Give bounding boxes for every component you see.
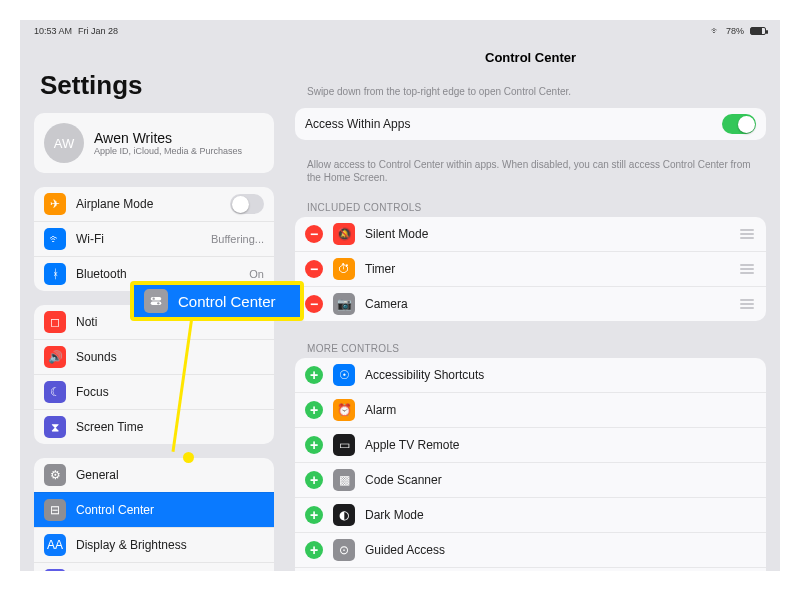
svg-rect-0 — [151, 297, 162, 301]
qr-icon: ▩ — [333, 469, 355, 491]
included-header: INCLUDED CONTROLS — [295, 194, 766, 217]
bluetooth-icon: ᚼ — [44, 263, 66, 285]
screentime-label: Screen Time — [76, 420, 264, 434]
notifications-icon: ◻ — [44, 311, 66, 333]
included-controls-list: −🔕Silent Mode−⏱Timer−📷Camera — [295, 217, 766, 321]
controlcenter-label: Control Center — [76, 503, 264, 517]
sidebar-item-display[interactable]: AA Display & Brightness — [34, 527, 274, 562]
control-label: Alarm — [365, 403, 756, 417]
bluetooth-value: On — [249, 268, 264, 280]
callout-controlcenter-icon — [144, 289, 168, 313]
more-row[interactable]: +◐Dark Mode — [295, 497, 766, 532]
add-button[interactable]: + — [305, 506, 323, 524]
focus-label: Focus — [76, 385, 264, 399]
control-label: Apple TV Remote — [365, 438, 756, 452]
callout-highlight: Control Center — [130, 281, 304, 321]
darkmode-icon: ◐ — [333, 504, 355, 526]
sidebar-item-sounds[interactable]: 🔊 Sounds — [34, 339, 274, 374]
display-label: Display & Brightness — [76, 538, 264, 552]
bell-icon: 🔕 — [333, 223, 355, 245]
more-row[interactable]: +⏰Alarm — [295, 392, 766, 427]
display-icon: AA — [44, 534, 66, 556]
general-icon: ⚙ — [44, 464, 66, 486]
guided-icon: ⊙ — [333, 539, 355, 561]
wifi-icon: ᯤ — [44, 228, 66, 250]
control-label: Guided Access — [365, 543, 756, 557]
connectivity-group: ✈ Airplane Mode ᯤ Wi-Fi Buffering... ᚼ B… — [34, 187, 274, 291]
add-button[interactable]: + — [305, 471, 323, 489]
access-toggle[interactable] — [722, 114, 756, 134]
sidebar-item-homescreen[interactable]: ▦ Home Screen & Dock — [34, 562, 274, 571]
swipe-hint: Swipe down from the top-right edge to op… — [295, 81, 766, 108]
included-row[interactable]: −⏱Timer — [295, 251, 766, 286]
sidebar-item-wifi[interactable]: ᯤ Wi-Fi Buffering... — [34, 221, 274, 256]
account-avatar: AW — [44, 123, 84, 163]
settings-title: Settings — [40, 70, 274, 101]
sounds-icon: 🔊 — [44, 346, 66, 368]
more-row[interactable]: +▩Code Scanner — [295, 462, 766, 497]
battery-percent: 78% — [726, 26, 744, 36]
detail-pane: Control Center Swipe down from the top-r… — [295, 42, 766, 571]
account-card[interactable]: AW Awen Writes Apple ID, iCloud, Media &… — [34, 113, 274, 173]
focus-icon: ☾ — [44, 381, 66, 403]
svg-point-2 — [153, 298, 155, 300]
more-row[interactable]: +⊙Guided Access — [295, 532, 766, 567]
account-subtitle: Apple ID, iCloud, Media & Purchases — [94, 146, 242, 156]
control-label: Accessibility Shortcuts — [365, 368, 756, 382]
add-button[interactable]: + — [305, 401, 323, 419]
sidebar-item-controlcenter[interactable]: ⊟ Control Center — [34, 492, 274, 527]
remove-button[interactable]: − — [305, 225, 323, 243]
airplane-icon: ✈ — [44, 193, 66, 215]
general-label: General — [76, 468, 264, 482]
remote-icon: ▭ — [333, 434, 355, 456]
wifi-label: Wi-Fi — [76, 232, 211, 246]
add-button[interactable]: + — [305, 436, 323, 454]
drag-handle-icon[interactable] — [738, 264, 756, 274]
more-header: MORE CONTROLS — [295, 335, 766, 358]
sidebar-item-focus[interactable]: ☾ Focus — [34, 374, 274, 409]
more-row[interactable]: +☉Accessibility Shortcuts — [295, 358, 766, 392]
control-label: Camera — [365, 297, 738, 311]
general-group: ⚙ General ⊟ Control Center AA Display & … — [34, 458, 274, 571]
sidebar-item-screentime[interactable]: ⧗ Screen Time — [34, 409, 274, 444]
screentime-icon: ⧗ — [44, 416, 66, 438]
access-card: Access Within Apps — [295, 108, 766, 140]
access-label: Access Within Apps — [305, 117, 722, 131]
control-label: Code Scanner — [365, 473, 756, 487]
alarm-icon: ⏰ — [333, 399, 355, 421]
sidebar-item-airplane[interactable]: ✈ Airplane Mode — [34, 187, 274, 221]
callout-target-dot — [183, 452, 194, 463]
more-row[interactable]: +👂Hearing — [295, 567, 766, 571]
page-title: Control Center — [295, 50, 766, 65]
battery-icon — [750, 27, 766, 35]
add-button[interactable]: + — [305, 366, 323, 384]
add-button[interactable]: + — [305, 541, 323, 559]
wifi-icon: ᯤ — [711, 26, 720, 36]
accessibility-icon: ☉ — [333, 364, 355, 386]
drag-handle-icon[interactable] — [738, 229, 756, 239]
timer-icon: ⏱ — [333, 258, 355, 280]
sounds-label: Sounds — [76, 350, 264, 364]
control-label: Timer — [365, 262, 738, 276]
remove-button[interactable]: − — [305, 295, 323, 313]
drag-handle-icon[interactable] — [738, 299, 756, 309]
bluetooth-label: Bluetooth — [76, 267, 249, 281]
included-row[interactable]: −📷Camera — [295, 286, 766, 321]
access-within-apps-row[interactable]: Access Within Apps — [295, 108, 766, 140]
status-bar: 10:53 AM Fri Jan 28 ᯤ 78% — [34, 24, 766, 38]
control-label: Silent Mode — [365, 227, 738, 241]
airplane-toggle[interactable] — [230, 194, 264, 214]
more-controls-list: +☉Accessibility Shortcuts+⏰Alarm+▭Apple … — [295, 358, 766, 571]
svg-point-3 — [157, 302, 159, 304]
more-row[interactable]: +▭Apple TV Remote — [295, 427, 766, 462]
sidebar-item-general[interactable]: ⚙ General — [34, 458, 274, 492]
access-hint: Allow access to Control Center within ap… — [295, 154, 766, 194]
status-time: 10:53 AM — [34, 26, 72, 36]
callout-label: Control Center — [178, 293, 276, 310]
controlcenter-icon: ⊟ — [44, 499, 66, 521]
status-date: Fri Jan 28 — [78, 26, 118, 36]
notifications-group: ◻ Noti 🔊 Sounds ☾ Focus ⧗ Screen Time — [34, 305, 274, 444]
included-row[interactable]: −🔕Silent Mode — [295, 217, 766, 251]
remove-button[interactable]: − — [305, 260, 323, 278]
airplane-label: Airplane Mode — [76, 197, 230, 211]
